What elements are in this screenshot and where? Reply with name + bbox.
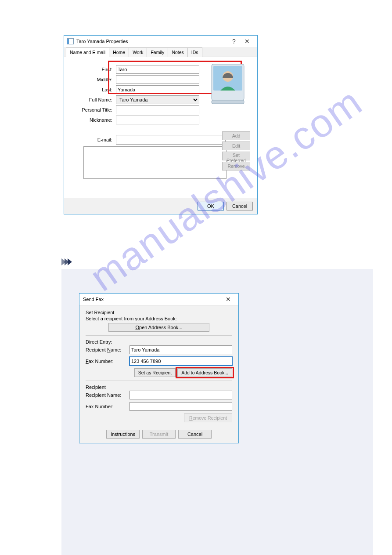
tab-notes[interactable]: Notes: [168, 47, 187, 57]
transmit-button[interactable]: Transmit: [142, 430, 176, 439]
last-label: Last:: [70, 87, 114, 92]
titlebar: Taro Yamada Properties ? ✕: [64, 36, 257, 47]
email-label: E-mail:: [70, 137, 114, 142]
instruction-panel: Send Fax ✕ Set Recipient Select a recipi…: [61, 269, 373, 555]
nickname-input[interactable]: [116, 116, 199, 124]
fax-number-input[interactable]: [129, 357, 232, 366]
first-input[interactable]: [116, 65, 199, 74]
send-fax-dialog: Send Fax ✕ Set Recipient Select a recipi…: [79, 293, 239, 443]
remove-recipient-button[interactable]: Remove Recipient: [184, 414, 232, 422]
cancel-button[interactable]: Cancel: [178, 430, 212, 439]
first-label: First:: [70, 67, 114, 72]
title-text: Taro Yamada Properties: [76, 39, 227, 44]
email-list[interactable]: [83, 146, 227, 179]
instructions-button[interactable]: Instructions: [106, 430, 140, 439]
middle-input[interactable]: [116, 75, 199, 84]
recipient-name-label: Recipient Name:: [86, 347, 129, 352]
direct-entry-heading: Direct Entry:: [86, 339, 232, 345]
set-as-recipient-button[interactable]: Set as Recipient: [134, 368, 176, 377]
personal-title-label: Personal Title:: [70, 107, 114, 112]
recipient-heading: Recipient: [86, 385, 232, 390]
contact-avatar-icon: [208, 62, 248, 105]
help-button[interactable]: ?: [227, 38, 241, 45]
cancel-button[interactable]: Cancel: [227, 202, 253, 210]
title-text: Send Fax: [83, 297, 222, 302]
svg-rect-3: [212, 100, 244, 104]
ok-button[interactable]: OK: [198, 202, 224, 210]
properties-dialog: Taro Yamada Properties ? ✕ Name and E-ma…: [64, 35, 258, 214]
tab-name-email[interactable]: Name and E-mail: [66, 47, 109, 57]
recipient-name-label-2: Recipient Name:: [86, 392, 129, 398]
edit-button[interactable]: Edit: [222, 141, 250, 150]
tab-home[interactable]: Home: [109, 47, 129, 57]
close-button[interactable]: ✕: [241, 38, 254, 45]
recipient-name-readonly: [129, 391, 232, 399]
close-button[interactable]: ✕: [222, 296, 235, 303]
fullname-label: Full Name:: [70, 97, 114, 102]
tabs: Name and E-mail Home Work Family Notes I…: [64, 47, 257, 57]
fax-number-label: Fax Number:: [86, 359, 129, 364]
remove-button[interactable]: Remove: [222, 162, 250, 170]
set-recipient-heading: Set Recipient: [86, 310, 232, 315]
personal-title-input[interactable]: [116, 105, 199, 114]
email-input[interactable]: [116, 135, 226, 145]
tab-family[interactable]: Family: [147, 47, 168, 57]
nickname-label: Nickname:: [70, 117, 114, 123]
fullname-select[interactable]: Taro Yamada: [116, 95, 199, 104]
fax-number-label-2: Fax Number:: [86, 404, 129, 409]
set-preferred-button[interactable]: Set Preferred: [222, 152, 250, 160]
add-to-address-book-button[interactable]: Add to Address Book...: [177, 368, 232, 377]
tab-work[interactable]: Work: [129, 47, 147, 57]
open-address-book-button[interactable]: Open Address Book...: [108, 323, 209, 332]
add-button[interactable]: Add: [222, 131, 250, 140]
last-input[interactable]: [116, 85, 199, 94]
step-arrows-icon: [61, 258, 392, 265]
address-book-icon: [67, 38, 74, 44]
fax-number-readonly: [129, 402, 232, 411]
tab-ids[interactable]: IDs: [187, 47, 202, 57]
set-recipient-subtext: Select a recipient from your Address Boo…: [86, 316, 232, 321]
middle-label: Middle:: [70, 77, 114, 82]
recipient-name-input[interactable]: [129, 345, 232, 354]
titlebar: Send Fax ✕: [79, 294, 238, 305]
